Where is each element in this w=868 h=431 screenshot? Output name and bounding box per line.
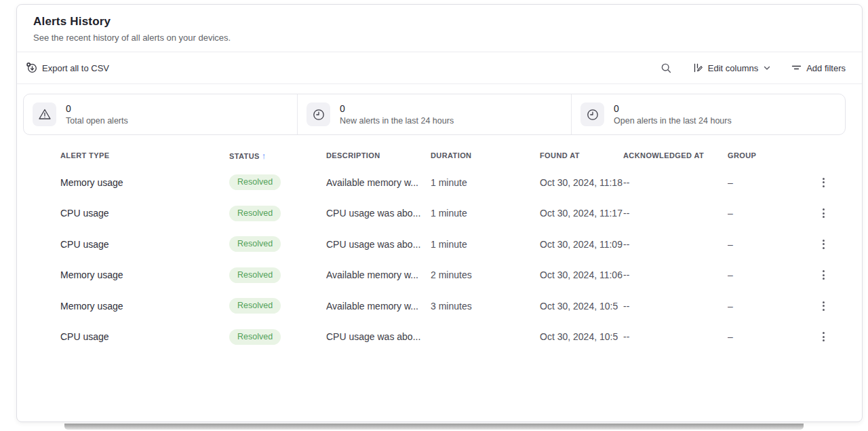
column-header-label: ALERT TYPE xyxy=(60,151,109,160)
column-header-description[interactable]: DESCRIPTION xyxy=(326,151,431,160)
stat-icon-tile xyxy=(580,102,604,126)
stat-new-alerts-24h: 0 New alerts in the last 24 hours xyxy=(297,94,571,134)
clock-icon xyxy=(586,108,599,121)
export-csv-label: Export all to CSV xyxy=(42,63,109,73)
export-csv-button[interactable]: Export all to CSV xyxy=(26,62,109,73)
description-cell: Available memory w... xyxy=(326,301,431,312)
alert-type-cell: CPU usage xyxy=(60,208,229,219)
background-window-edge xyxy=(64,424,804,430)
stats-summary: 0 Total open alerts 0 New alerts in the … xyxy=(23,94,846,135)
toolbar: Export all to CSV Edit columns xyxy=(17,52,862,83)
alert-type-cell: CPU usage xyxy=(60,239,229,250)
stat-label: Open alerts in the last 24 hours xyxy=(614,116,732,126)
status-badge: Resolved xyxy=(229,298,281,314)
page-subtitle: See the recent history of all alerts on … xyxy=(33,33,846,43)
toolbar-right: Edit columns Add filters xyxy=(660,62,846,74)
status-badge: Resolved xyxy=(229,267,281,283)
stat-text: 0 New alerts in the last 24 hours xyxy=(340,103,454,126)
found-at-cell: Oct 30, 2024, 11:18 xyxy=(540,177,623,188)
table-row: Memory usage Resolved Available memory w… xyxy=(17,260,862,291)
table-row: CPU usage Resolved CPU usage was abo... … xyxy=(17,198,862,229)
found-at-cell: Oct 30, 2024, 11:17 xyxy=(540,208,623,219)
duration-cell: 1 minute xyxy=(431,239,540,250)
acknowledged-at-cell: -- xyxy=(623,331,728,342)
status-cell: Resolved xyxy=(229,298,326,314)
group-cell: – xyxy=(728,177,814,188)
table-header-row: ALERT TYPE STATUS↑ DESCRIPTION DURATION … xyxy=(17,144,862,167)
stat-value: 0 xyxy=(614,103,732,114)
stat-text: 0 Open alerts in the last 24 hours xyxy=(614,103,732,126)
export-download-icon xyxy=(26,62,37,73)
description-cell: Available memory w... xyxy=(326,177,431,188)
row-menu-kebab-icon[interactable] xyxy=(816,175,831,190)
description-cell: CPU usage was abo... xyxy=(326,331,431,342)
row-menu-kebab-icon[interactable] xyxy=(816,329,831,344)
column-header-status[interactable]: STATUS↑ xyxy=(229,151,326,161)
acknowledged-at-cell: -- xyxy=(623,269,728,280)
table-row: CPU usage Resolved CPU usage was abo... … xyxy=(17,322,862,353)
column-header-group[interactable]: GROUP xyxy=(728,151,814,160)
row-actions-cell xyxy=(814,175,846,190)
table-row: Memory usage Resolved Available memory w… xyxy=(17,167,862,198)
column-header-label: FOUND AT xyxy=(540,151,580,160)
description-cell: CPU usage was abo... xyxy=(326,208,431,219)
stat-icon-tile xyxy=(307,102,330,126)
row-menu-kebab-icon[interactable] xyxy=(816,267,831,282)
add-filters-label: Add filters xyxy=(806,63,846,73)
toolbar-divider xyxy=(17,83,862,84)
duration-cell: 3 minutes xyxy=(431,301,540,312)
column-header-label: STATUS xyxy=(229,152,260,160)
column-header-alert-type[interactable]: ALERT TYPE xyxy=(60,151,229,160)
row-menu-kebab-icon[interactable] xyxy=(816,237,831,252)
add-filters-button[interactable]: Add filters xyxy=(791,63,846,73)
group-cell: – xyxy=(728,239,814,250)
group-cell: – xyxy=(728,301,814,312)
row-actions-cell xyxy=(814,237,846,252)
status-cell: Resolved xyxy=(229,174,326,190)
row-menu-kebab-icon[interactable] xyxy=(816,206,831,221)
column-header-found-at[interactable]: FOUND AT xyxy=(540,151,623,160)
status-badge: Resolved xyxy=(229,206,281,221)
duration-cell: 1 minute xyxy=(431,208,540,219)
acknowledged-at-cell: -- xyxy=(623,239,728,250)
warning-triangle-icon xyxy=(38,108,52,121)
description-cell: CPU usage was abo... xyxy=(326,239,431,250)
filter-icon xyxy=(791,63,802,73)
alert-type-cell: Memory usage xyxy=(60,269,229,280)
stat-text: 0 Total open alerts xyxy=(66,103,128,126)
status-cell: Resolved xyxy=(229,206,326,221)
alerts-history-panel: Alerts History See the recent history of… xyxy=(16,4,863,422)
acknowledged-at-cell: -- xyxy=(623,301,728,312)
group-cell: – xyxy=(728,331,814,342)
acknowledged-at-cell: -- xyxy=(623,208,728,219)
column-header-acknowledged-at[interactable]: ACKNOWLEDGED AT xyxy=(623,151,728,160)
alert-type-cell: Memory usage xyxy=(60,177,229,188)
column-header-label: ACKNOWLEDGED AT xyxy=(623,151,704,160)
group-cell: – xyxy=(728,208,814,219)
clock-icon xyxy=(312,108,326,121)
chevron-down-icon xyxy=(763,64,771,72)
page-header: Alerts History See the recent history of… xyxy=(17,5,862,52)
table-body: Memory usage Resolved Available memory w… xyxy=(17,167,862,352)
status-badge: Resolved xyxy=(229,329,281,345)
row-menu-kebab-icon[interactable] xyxy=(816,299,831,314)
column-header-duration[interactable]: DURATION xyxy=(431,151,540,160)
sort-ascending-arrow-icon: ↑ xyxy=(262,151,267,161)
alert-type-cell: Memory usage xyxy=(60,301,229,312)
edit-columns-label: Edit columns xyxy=(708,63,758,73)
found-at-cell: Oct 30, 2024, 11:09 xyxy=(540,239,623,250)
found-at-cell: Oct 30, 2024, 10:5 xyxy=(540,301,623,312)
duration-cell: 1 minute xyxy=(431,177,540,188)
column-header-label: DURATION xyxy=(431,151,471,160)
status-cell: Resolved xyxy=(229,267,326,283)
column-header-label: GROUP xyxy=(728,151,756,160)
stat-value: 0 xyxy=(66,103,128,114)
edit-columns-button[interactable]: Edit columns xyxy=(692,62,771,73)
stat-label: Total open alerts xyxy=(66,116,128,126)
edit-columns-icon xyxy=(692,62,703,73)
stat-label: New alerts in the last 24 hours xyxy=(340,116,454,126)
table-row: Memory usage Resolved Available memory w… xyxy=(17,291,862,322)
duration-cell: 2 minutes xyxy=(431,269,540,280)
status-badge: Resolved xyxy=(229,174,281,190)
search-icon[interactable] xyxy=(660,62,672,74)
